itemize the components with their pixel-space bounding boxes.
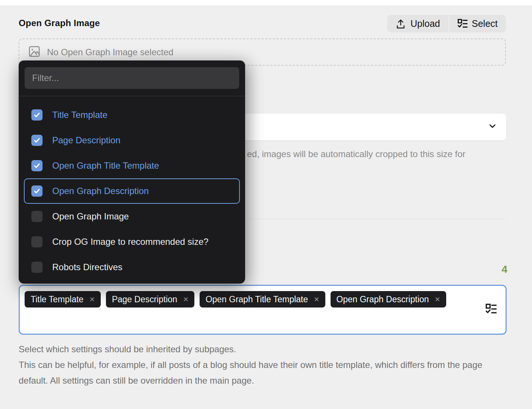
- image-icon: [28, 46, 40, 59]
- checkbox-unchecked-icon[interactable]: [31, 211, 43, 222]
- field-label-open-graph-image: Open Graph Image: [19, 18, 100, 28]
- tag-label: Open Graph Title Template: [206, 294, 308, 305]
- selected-count-badge: 4: [501, 263, 507, 275]
- tag-og-title-template: Open Graph Title Template ×: [200, 291, 325, 307]
- help-line-2: This can be helpful, for example, if all…: [19, 357, 504, 388]
- option-og-image[interactable]: Open Graph Image: [24, 204, 240, 229]
- upload-button-label: Upload: [410, 18, 440, 29]
- option-title-template[interactable]: Title Template: [24, 102, 240, 128]
- remove-tag-icon[interactable]: ×: [435, 295, 440, 304]
- options-list: Title Template Page Description Open Gra…: [19, 96, 245, 284]
- seo-settings-section: Open Graph Image Upload: [0, 0, 532, 409]
- checkbox-checked-icon[interactable]: [31, 160, 43, 171]
- select-button-label: Select: [472, 18, 498, 29]
- remove-tag-icon[interactable]: ×: [314, 295, 319, 304]
- option-crop-og-image[interactable]: Crop OG Image to recommended size?: [24, 229, 240, 255]
- help-line-1: Select which settings should be inherite…: [19, 341, 504, 357]
- chevron-down-icon: [488, 121, 497, 132]
- tag-og-description: Open Graph Description ×: [331, 291, 446, 307]
- checkbox-checked-icon[interactable]: [31, 135, 43, 146]
- inherit-settings-dropdown: Title Template Page Description Open Gra…: [19, 60, 245, 284]
- option-label: Page Description: [52, 135, 121, 146]
- option-label: Open Graph Title Template: [52, 160, 159, 171]
- asset-actions-group: Upload Select: [387, 15, 506, 32]
- inherit-settings-field[interactable]: Title Template × Page Description × Open…: [19, 285, 507, 335]
- option-og-description[interactable]: Open Graph Description: [24, 178, 240, 204]
- option-label: Title Template: [52, 110, 107, 120]
- option-page-description[interactable]: Page Description: [24, 128, 240, 153]
- option-og-title-template[interactable]: Open Graph Title Template: [24, 153, 240, 178]
- option-label: Crop OG Image to recommended size?: [52, 237, 209, 247]
- option-label: Robots Directives: [52, 262, 122, 272]
- remove-tag-icon[interactable]: ×: [183, 295, 188, 304]
- tag-label: Open Graph Description: [337, 294, 429, 305]
- tag-label: Page Description: [112, 294, 177, 305]
- checkbox-checked-icon[interactable]: [31, 185, 43, 197]
- select-button[interactable]: Select: [449, 15, 506, 32]
- option-robots-directives[interactable]: Robots Directives: [24, 255, 240, 280]
- crop-size-help-text: ed, images will be automatically cropped…: [247, 149, 466, 159]
- tag-title-template: Title Template ×: [25, 291, 101, 307]
- checklist-icon: [457, 19, 467, 29]
- tag-label: Title Template: [31, 294, 84, 305]
- tag-page-description: Page Description ×: [106, 291, 194, 307]
- filter-input[interactable]: [25, 67, 239, 89]
- checkbox-unchecked-icon[interactable]: [31, 262, 43, 273]
- checkbox-checked-icon[interactable]: [31, 109, 43, 121]
- checkbox-unchecked-icon[interactable]: [31, 236, 43, 247]
- option-label: Open Graph Description: [52, 186, 149, 196]
- remove-tag-icon[interactable]: ×: [90, 295, 95, 304]
- og-image-placeholder-text: No Open Graph Image selected: [47, 47, 173, 57]
- upload-button[interactable]: Upload: [387, 15, 448, 32]
- upload-icon: [395, 19, 406, 29]
- inherit-settings-help: Select which settings should be inherite…: [19, 341, 504, 388]
- filter-row: [19, 60, 245, 96]
- checklist-icon: [485, 303, 497, 316]
- option-label: Open Graph Image: [52, 211, 129, 222]
